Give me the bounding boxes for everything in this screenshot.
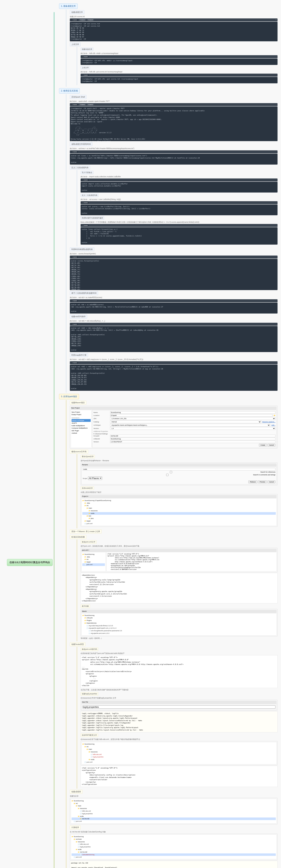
groupid-input[interactable] — [110, 435, 276, 437]
leaf-label[interactable]: 导入可变集合 — [81, 171, 93, 174]
b3-s5-label[interactable]: 创建Scala类型 — [70, 642, 86, 646]
leaf-label[interactable]: 修改pom.xml源代码 — [81, 648, 98, 651]
tree-file[interactable]: pom.xml — [71, 856, 276, 859]
catalog-select[interactable]: Internal — [110, 421, 261, 423]
plus-icon[interactable]: + — [276, 19, 277, 21]
filename-input[interactable] — [83, 705, 276, 709]
preview-button[interactable]: Preview — [258, 480, 267, 483]
b3-s3-label[interactable]: 添加一个Maven: 类 [ create ] 记录 — [70, 529, 102, 533]
tree-folder[interactable]: target — [82, 561, 105, 563]
term-tab[interactable]: 1 master — [82, 202, 89, 204]
location-input[interactable] — [110, 414, 273, 416]
term-tab[interactable]: 1 master — [71, 104, 78, 105]
tree-file-selected[interactable]: CalculateSumAvg — [71, 854, 276, 856]
jdk-select[interactable]: 1.8 version 1.8.0_331 — [110, 417, 276, 420]
leaf-label[interactable]: 展开依赖 — [81, 604, 90, 608]
b1-s2-p1-label[interactable]: 创建存放目录 — [81, 48, 93, 51]
manage-link[interactable]: Manage catalogs... — [262, 421, 276, 423]
scope-select[interactable]: All Places — [88, 476, 102, 480]
tree-file[interactable]: hdfs-site.xml — [71, 810, 276, 812]
tree-folder[interactable]: ScoreSumAvg — [82, 614, 276, 617]
b2-s1-label[interactable]: 启动Spark Shell — [70, 95, 87, 99]
b3-s4-label[interactable]: 给项目添加依赖 — [70, 535, 86, 539]
list-item[interactable]: New Project — [71, 411, 91, 413]
branch1-title[interactable]: 1. 准备成绩文件 — [59, 3, 77, 9]
tree-file[interactable]: pom.xml — [82, 522, 276, 525]
version-input[interactable] — [110, 441, 276, 443]
tree-file[interactable]: log4j.properties — [71, 812, 276, 815]
b1-s1-label[interactable]: 创建成绩文件 — [70, 10, 85, 14]
tree-file[interactable]: log4j.properties — [71, 846, 276, 848]
term-tab[interactable]: 1 master — [82, 179, 89, 181]
tree-folder[interactable]: src — [82, 504, 276, 507]
list-item[interactable]: JavaFX — [71, 422, 91, 424]
b3-s7-label[interactable]: 计算程序 — [70, 826, 81, 830]
tree-folder[interactable]: main — [71, 805, 276, 807]
leaf-label[interactable]: 创建log4j.properties — [81, 692, 98, 695]
term-tab[interactable]: 3 slave2 — [87, 19, 94, 21]
tree-item[interactable]: org.apache.avro:avro:1.8.2 — [82, 632, 276, 635]
tree-file[interactable]: pom.xml — [71, 820, 276, 823]
tree-folder[interactable]: src — [71, 802, 276, 805]
tree-folder[interactable]: Dependencies — [82, 622, 276, 624]
leaf-label[interactable]: 重命名java目录 — [81, 455, 95, 458]
branch2-title[interactable]: 2. 使用交互式实现 — [59, 88, 80, 94]
tree-folder[interactable]: test — [82, 515, 276, 517]
term-tab[interactable]: 3 slave2 — [87, 104, 94, 105]
leaf-label[interactable]: 利用for循环与嵌套循环遍历 — [81, 216, 104, 220]
tree-folder[interactable]: .idea — [82, 502, 276, 504]
refactor-button[interactable]: Refactor — [248, 480, 257, 483]
tree-file[interactable]: hdfs-site.xml — [71, 843, 276, 846]
b3-s2-label[interactable]: 修改source文件夹 — [70, 450, 88, 454]
folder-icon[interactable]: 📁 — [274, 414, 276, 416]
tree-file[interactable]: hdfs-site.xml — [82, 753, 276, 756]
leaf-label[interactable]: 添加scala目录 — [81, 487, 94, 490]
b2-s7-label[interactable]: 利用map操作计算 — [70, 353, 88, 357]
cancel-button[interactable]: Cancel — [268, 444, 276, 446]
tree-folder[interactable]: target — [82, 520, 276, 522]
tree-item[interactable]: org.scala-lang:scala-library:2.12.15 — [82, 624, 276, 627]
term-tab[interactable]: 1 master — [71, 323, 78, 325]
add-link[interactable]: Add... — [271, 424, 276, 426]
tree-folder[interactable]: ScoreSumAvg — [71, 800, 276, 802]
tree-folder-selected[interactable]: net.hw.rdd — [71, 817, 276, 820]
tree-folder[interactable]: ScoreSumAvg — [82, 553, 105, 556]
tree-item[interactable]: org.apache.spark:spark-core_2.12:3.1.3 — [82, 627, 276, 629]
archetype-select[interactable]: org.apache.maven.archetypes:maven-archet… — [110, 424, 270, 427]
tree-file-selected[interactable]: pom.xml — [82, 563, 105, 566]
term-tab[interactable]: 1 master — [71, 19, 78, 21]
tree-folder[interactable]: src — [82, 558, 105, 561]
branch3-title[interactable]: 3. 采用Spark项目 — [59, 394, 79, 399]
b1-s2-label[interactable]: 上传文件 — [70, 42, 81, 46]
tree-folder[interactable]: ScoreSumAvg — [71, 835, 276, 838]
leaf-label[interactable]: 修改pom.xml文件 — [81, 540, 97, 544]
tree-folder[interactable]: scala — [82, 758, 276, 761]
tree-folder[interactable]: main — [82, 748, 276, 751]
term-tab[interactable]: 1 master — [71, 151, 78, 153]
term-tab[interactable]: 1 master — [71, 300, 78, 302]
pom-code[interactable]: <?xml version="1.0" encoding="UTF-8"?> <… — [107, 553, 276, 570]
list-item[interactable]: Empty Project — [71, 413, 91, 416]
list-item-selected[interactable]: Maven Archetype — [71, 419, 91, 422]
list-item[interactable]: Compose Multiplatform — [71, 427, 91, 429]
tree-folder[interactable]: main — [82, 507, 276, 509]
search-refs-checkbox[interactable] — [83, 471, 259, 473]
b2-s2-label[interactable]: 读取成绩文件得到RDD — [70, 142, 92, 146]
create-button[interactable]: Create — [259, 444, 267, 446]
tree-item[interactable]: com.thoughtworks.paranamer:paranamer:2.8 — [82, 629, 276, 632]
leaf-label[interactable]: 定义二元组成绩列表 — [81, 193, 99, 197]
search-comments-checkbox[interactable] — [83, 474, 252, 476]
tree-folder[interactable]: net.hw.rdd — [71, 851, 276, 854]
b2-s5-label[interactable]: 基于二元组成绩列表创建RDD — [70, 291, 98, 295]
tree-folder[interactable]: resources — [71, 841, 276, 843]
version-select[interactable]: 1.4 — [110, 427, 276, 430]
tree-folder[interactable]: scala — [71, 815, 276, 818]
tree-folder-selected[interactable]: scala — [82, 512, 276, 515]
tree-file[interactable]: pom.xml — [82, 761, 276, 764]
tree-folder[interactable]: java — [82, 517, 276, 520]
tree-folder[interactable]: scala — [71, 848, 276, 851]
cancel-button[interactable]: Cancel — [268, 480, 276, 483]
list-item[interactable]: Kotlin Multiplatform — [71, 425, 91, 427]
term-tab[interactable]: 1 master — [71, 256, 78, 258]
term-tab[interactable]: 2 slave1 — [79, 104, 86, 105]
